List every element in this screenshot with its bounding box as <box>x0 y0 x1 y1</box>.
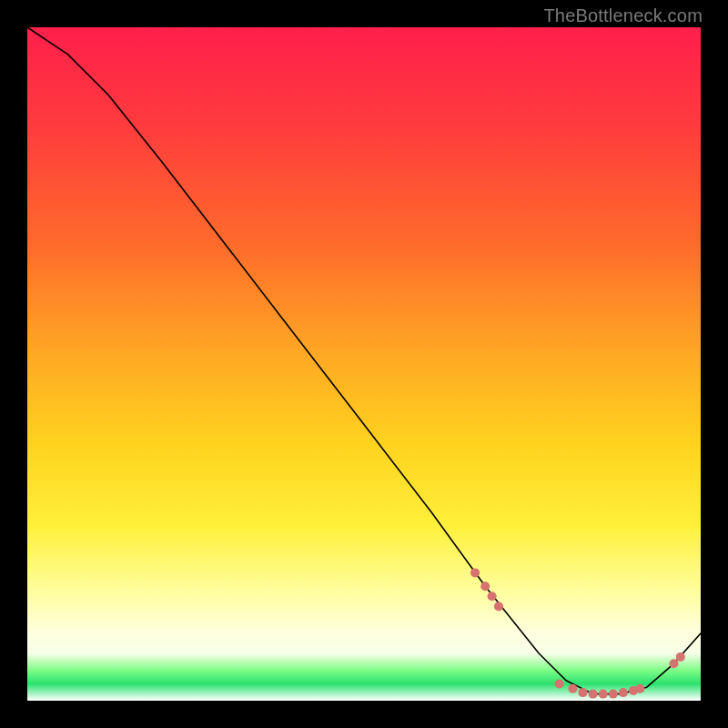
data-point <box>579 688 588 697</box>
data-point <box>568 684 577 693</box>
chart-container: TheBottleneck.com <box>0 0 728 728</box>
data-point <box>669 659 678 668</box>
data-point <box>480 581 490 591</box>
data-point <box>589 690 598 699</box>
data-point <box>635 684 644 693</box>
data-point <box>676 652 685 662</box>
data-point <box>494 602 503 611</box>
chart-overlay <box>27 27 701 701</box>
data-point <box>488 592 497 601</box>
bottleneck-curve <box>27 27 701 694</box>
data-point <box>609 690 618 699</box>
data-point <box>470 568 480 577</box>
watermark-text: TheBottleneck.com <box>543 5 703 26</box>
data-point <box>599 690 608 699</box>
data-point <box>619 688 628 697</box>
data-point <box>555 680 564 689</box>
